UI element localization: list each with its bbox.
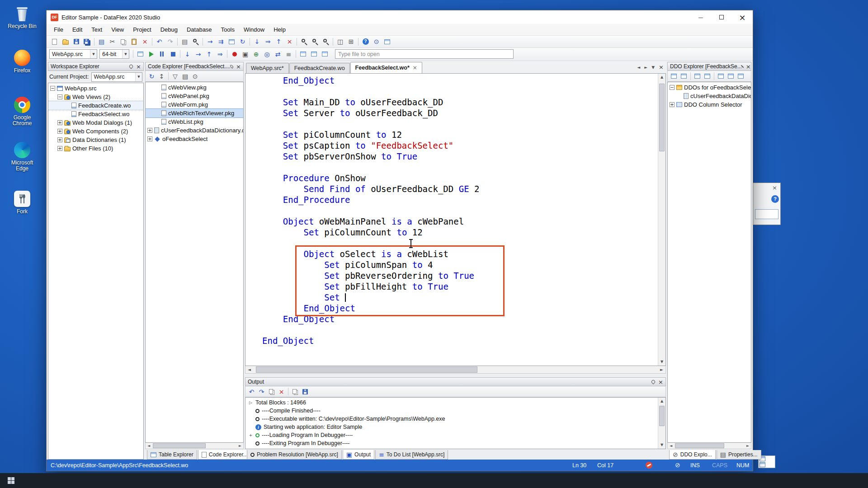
ddo-hscrollbar[interactable]	[667, 443, 751, 449]
title-bar[interactable]: DF Editor Sample - DataFlex 2020 Studio	[47, 10, 753, 24]
panel-tab-ddo-explorer[interactable]: ⊘DDO Explo...	[669, 450, 716, 460]
output-prev-button[interactable]: ↶	[247, 387, 256, 396]
project-combo[interactable]: WebApp.src	[49, 49, 97, 59]
print-button[interactable]: ▤	[179, 37, 190, 47]
output-line[interactable]: ----Exiting Program In Debugger----	[248, 439, 656, 447]
code-explorer-item[interactable]: cWebForm.pkg	[146, 100, 243, 109]
undo-button[interactable]: ↶	[154, 37, 165, 47]
webapp-settings-button[interactable]	[135, 49, 146, 59]
workspace-tree-item[interactable]: +Web Components (2)	[48, 127, 143, 136]
scroll-down-icon[interactable]	[658, 358, 665, 366]
scrollbar-thumb[interactable]	[153, 443, 206, 448]
collapse-icon[interactable]: −	[57, 94, 62, 99]
ddo-view-2-button[interactable]	[726, 72, 736, 81]
menu-database[interactable]: Database	[182, 24, 217, 35]
pin-icon[interactable]	[128, 64, 133, 69]
save-button[interactable]	[71, 37, 81, 47]
menu-edit[interactable]: Edit	[68, 24, 87, 35]
expand-icon[interactable]: +	[57, 137, 62, 142]
close-button[interactable]	[732, 10, 753, 24]
menu-file[interactable]: File	[49, 24, 68, 35]
collapse-icon[interactable]: −	[670, 85, 675, 90]
stop-debugging-button[interactable]: ×	[284, 37, 295, 47]
ddo-tree-item[interactable]: cUserFeedbackDataDicti...	[668, 92, 751, 100]
stop-button[interactable]	[168, 49, 178, 59]
debug-step-over-button[interactable]: →	[193, 49, 203, 59]
scroll-left-icon[interactable]	[245, 366, 253, 373]
desktop-icon-edge[interactable]: Microsoft Edge	[4, 142, 41, 172]
ddo-relates-button[interactable]	[703, 72, 712, 81]
close-icon[interactable]	[236, 64, 241, 70]
dialog-close-icon[interactable]	[772, 185, 777, 191]
workspace-tree-item[interactable]: +Other Files (10)	[48, 144, 143, 153]
toggle-breakpoint-button[interactable]	[229, 49, 240, 59]
expand-icon[interactable]: +	[670, 102, 675, 107]
document-tab[interactable]: WebApp.src*	[246, 63, 289, 73]
close-icon[interactable]	[746, 64, 751, 70]
output-next-button[interactable]: ↷	[257, 387, 266, 396]
close-icon[interactable]	[658, 379, 663, 385]
panel-tab-todo-list[interactable]: ≡To Do List [WebApp.src]	[375, 450, 448, 460]
menu-text[interactable]: Text	[87, 24, 107, 35]
ce-group-button[interactable]: ▤	[180, 72, 190, 81]
panel-tab-code-explorer[interactable]: Code Explorer...	[198, 450, 251, 460]
output-line[interactable]: ----Compile Finished----	[248, 407, 656, 415]
desktop-icon-firefox[interactable]: Firefox	[4, 50, 41, 74]
panel-tab-problem-resolution[interactable]: Problem Resolution [WebApp.src]	[247, 450, 342, 460]
scroll-right-icon[interactable]	[745, 444, 751, 448]
output-line[interactable]: +----Loading Program In Debugger----	[248, 431, 656, 439]
scroll-up-icon[interactable]	[658, 74, 665, 81]
error-indicator-icon[interactable]	[646, 462, 652, 469]
run-button[interactable]	[146, 49, 156, 59]
menu-view[interactable]: View	[107, 24, 128, 35]
output-line[interactable]: ----Executable written: C:\dev\repo\Edit…	[248, 415, 656, 423]
tab-list-icon[interactable]	[651, 65, 655, 70]
scroll-left-icon[interactable]	[146, 444, 152, 448]
redo-button[interactable]: ↷	[165, 37, 175, 47]
menu-help[interactable]: Help	[269, 24, 290, 35]
list-view-button[interactable]: ≡	[283, 49, 294, 59]
ddo-new-button[interactable]	[669, 72, 679, 81]
document-tab[interactable]: FeedbackCreate.wo	[289, 63, 350, 73]
arch-combo[interactable]: 64-bit	[99, 49, 129, 59]
ddo-columns-button[interactable]	[693, 72, 702, 81]
scroll-left-icon[interactable]	[668, 444, 674, 448]
code-explorer-item[interactable]: cWebRichTextViewer.pkg	[146, 109, 243, 117]
pin-icon[interactable]	[651, 379, 656, 384]
compile-button[interactable]: →	[205, 37, 215, 47]
ce-sort-button[interactable]: ↕	[157, 72, 166, 81]
output-line[interactable]: Starting web application: Editor Sample	[248, 423, 656, 431]
scroll-up-icon[interactable]	[658, 398, 665, 405]
workspace-tree-item[interactable]: +Web Modal Dialogs (1)	[48, 118, 143, 127]
output-save-button[interactable]	[300, 387, 310, 396]
pause-button[interactable]	[157, 49, 167, 59]
scroll-right-icon[interactable]	[658, 366, 665, 373]
scrollbar-thumb[interactable]	[659, 406, 665, 426]
code-explorer-item[interactable]: cWebList.pkg	[146, 117, 243, 126]
workspace-tree-item[interactable]: FeedbackCreate.wo	[48, 101, 143, 110]
output-expander-icon[interactable]: +	[248, 433, 253, 438]
code-explorer-item[interactable]: cWebView.pkg	[146, 83, 243, 92]
compile-all-button[interactable]: ⇉	[216, 37, 226, 47]
sync-web-app-button[interactable]: ⇄	[273, 49, 283, 59]
panel-splitter[interactable]	[245, 374, 666, 377]
expand-icon[interactable]: +	[147, 136, 152, 141]
output-list[interactable]: ▷Total Blocks : 14966----Compile Finishe…	[245, 397, 666, 449]
scrollbar-thumb[interactable]	[659, 84, 665, 151]
resync-button[interactable]: ↻	[237, 37, 248, 47]
ce-settings-button[interactable]: ⊙	[190, 72, 200, 81]
output-line[interactable]: ▷Total Blocks : 14966	[248, 399, 656, 407]
code-editor[interactable]: End_Object Set Main_DD to oUserFeedback_…	[245, 73, 666, 366]
debug-step-into-button[interactable]: ↓	[182, 49, 193, 59]
sql-connection-button[interactable]	[320, 49, 330, 59]
close-icon[interactable]	[136, 64, 141, 70]
desktop-icon-fork[interactable]: Fork	[4, 191, 41, 215]
scroll-tabs-right-icon[interactable]	[644, 65, 647, 70]
panel-tab-output[interactable]: ▣Output	[343, 450, 374, 460]
tab-close-icon[interactable]	[413, 65, 417, 70]
delete-button[interactable]: ×	[140, 37, 150, 47]
workspace-tree-item[interactable]: −Web Views (2)	[48, 93, 143, 101]
zoom-in-button[interactable]	[310, 37, 320, 47]
find-button[interactable]	[190, 37, 201, 47]
code-explorer-item[interactable]: cWebPanel.pkg	[146, 92, 243, 100]
